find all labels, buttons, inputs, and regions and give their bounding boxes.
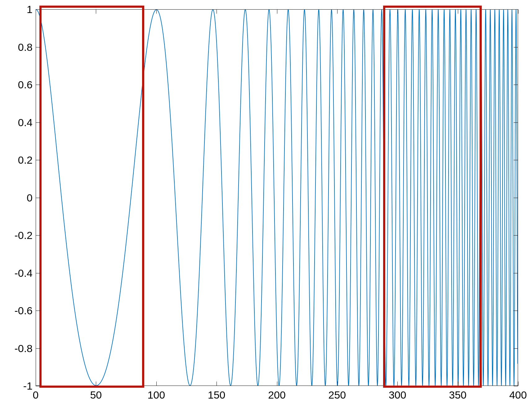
y-tick-label: 1: [5, 3, 33, 15]
y-tick-label: -0.6: [5, 305, 33, 317]
x-tick-mark: [36, 382, 36, 386]
x-tick-mark: [96, 9, 96, 14]
y-tick-label: -0.2: [5, 229, 33, 241]
y-tick-mark: [36, 348, 40, 349]
x-tick-mark: [36, 9, 36, 14]
x-tick-mark: [277, 382, 277, 386]
y-tick-mark: [36, 160, 40, 160]
y-tick-label: -0.8: [5, 342, 33, 354]
y-tick-mark: [514, 47, 518, 47]
y-tick-mark: [514, 311, 518, 311]
x-tick-mark: [96, 382, 96, 386]
y-tick-mark: [514, 273, 518, 273]
x-tick-label: 50: [90, 389, 102, 401]
x-tick-mark: [518, 9, 518, 14]
x-tick-label: 300: [389, 389, 406, 401]
y-tick-label: 0: [5, 192, 33, 204]
y-tick-mark: [514, 9, 518, 10]
x-tick-mark: [156, 382, 157, 386]
x-tick-mark: [277, 9, 277, 14]
x-tick-mark: [217, 382, 217, 386]
y-tick-label: -1: [5, 380, 33, 392]
y-tick-mark: [514, 386, 518, 386]
y-tick-mark: [36, 235, 40, 236]
y-tick-mark: [36, 386, 40, 386]
x-tick-mark: [518, 382, 518, 386]
x-tick-mark: [156, 9, 157, 14]
x-tick-label: 0: [33, 389, 39, 401]
x-tick-mark: [337, 9, 338, 14]
x-tick-mark: [397, 382, 398, 386]
y-tick-mark: [36, 85, 40, 85]
y-tick-mark: [514, 160, 518, 160]
y-tick-mark: [514, 198, 518, 198]
y-tick-mark: [36, 9, 40, 10]
x-tick-mark: [397, 9, 398, 14]
x-tick-label: 400: [509, 389, 527, 401]
x-tick-mark: [337, 382, 338, 386]
x-tick-mark: [458, 9, 458, 14]
y-tick-mark: [36, 122, 40, 123]
y-tick-mark: [36, 273, 40, 273]
y-tick-label: 0.4: [5, 116, 33, 128]
x-tick-label: 100: [147, 389, 165, 401]
y-tick-mark: [36, 198, 40, 198]
x-tick-label: 250: [329, 389, 346, 401]
y-tick-mark: [514, 122, 518, 123]
y-tick-mark: [514, 348, 518, 349]
y-tick-mark: [36, 311, 40, 311]
x-tick-mark: [458, 382, 458, 386]
x-tick-label: 350: [449, 389, 467, 401]
chirp-line: [36, 10, 518, 386]
y-tick-mark: [36, 47, 40, 47]
x-tick-label: 200: [268, 389, 286, 401]
x-tick-mark: [217, 9, 217, 14]
y-tick-label: 0.8: [5, 41, 33, 53]
y-tick-label: -0.4: [5, 267, 33, 279]
y-tick-label: 0.2: [5, 154, 33, 166]
y-tick-label: 0.6: [5, 79, 33, 91]
y-tick-mark: [514, 85, 518, 85]
x-tick-label: 150: [208, 389, 226, 401]
plot-area: [36, 9, 518, 386]
chart-container: -1-0.8-0.6-0.4-0.200.20.40.60.8105010015…: [0, 0, 532, 415]
y-tick-mark: [514, 235, 518, 236]
